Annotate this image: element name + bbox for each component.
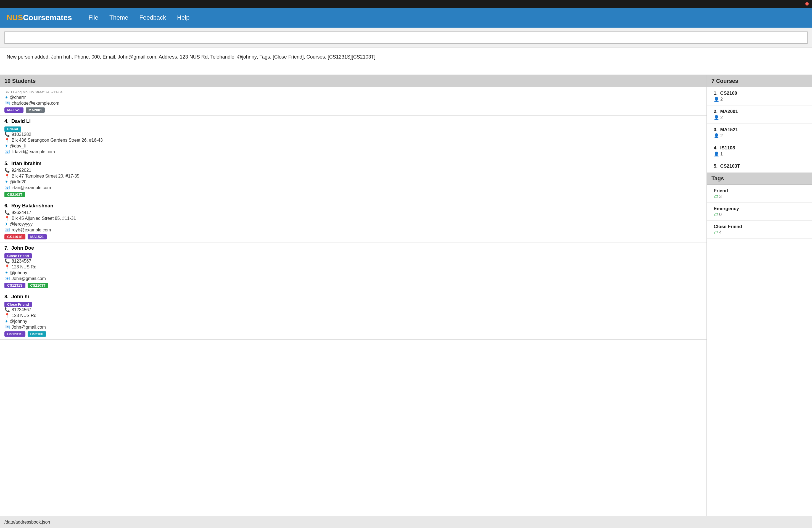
course-badge: MA1521	[4, 107, 24, 113]
command-input[interactable]	[4, 31, 808, 44]
phone-icon: 📞	[4, 307, 10, 312]
logo-nus: NUS	[6, 13, 23, 22]
telegram-icon: ✈	[4, 143, 8, 149]
student-courses: CS1231S CS2103T	[4, 282, 702, 288]
list-item: 8. John hi Close Friend 📞 81234567 📍 123…	[0, 291, 707, 340]
list-item: Close Friend 🏷 4	[707, 221, 812, 239]
menu-file[interactable]: File	[89, 14, 98, 21]
telegram-icon: ✈	[4, 221, 8, 227]
menubar: NUSCoursemates File Theme Feedback Help	[0, 8, 812, 28]
student-address: 📍 123 NUS Rd	[4, 264, 702, 269]
student-address: 📍 Blk 45 Aljunied Street 85, #11-31	[4, 216, 702, 221]
phone-icon: 📞	[4, 259, 10, 264]
right-panel: 7 Courses 1. CS2100 👤 2 2. MA2001 👤 2 3.…	[707, 75, 812, 516]
menu-feedback[interactable]: Feedback	[139, 14, 166, 21]
student-telegram: ✈ @dav_li	[4, 143, 702, 149]
email-icon: 📧	[4, 324, 10, 330]
student-tags: Friend	[4, 126, 702, 132]
email-icon: 📧	[4, 276, 10, 281]
student-name: 6. Roy Balakrishnan	[4, 203, 702, 209]
status-text: /data/addressbook.json	[4, 520, 50, 525]
tags-header: Tags	[707, 173, 812, 185]
close-button[interactable]	[806, 2, 809, 5]
student-phone: 📞 92624417	[4, 210, 702, 215]
list-item: 5. CS2103T	[707, 160, 812, 173]
student-email: 📧 charlotte@example.com	[4, 101, 702, 106]
email-icon: 📧	[4, 227, 10, 233]
students-panel[interactable]: 10 Students Blk 11 Ang Mo Kio Street 74,…	[0, 75, 707, 516]
student-phone: 📞 81234567	[4, 307, 702, 312]
tag-icon: 🏷	[714, 194, 718, 199]
tag-icon: 🏷	[714, 212, 718, 217]
phone-icon: 📞	[4, 167, 10, 173]
student-email: 📧 lidavid@example.com	[4, 149, 702, 155]
list-item: 4. David Li Friend 📞 91031282 📍 Blk 436 …	[0, 116, 707, 158]
location-icon: 📍	[4, 137, 10, 143]
student-tags: Close Friend	[4, 301, 702, 307]
list-item: 3. MA1521 👤 2	[707, 124, 812, 142]
logo: NUSCoursemates	[6, 13, 77, 22]
course-badge: CS1231S	[4, 283, 25, 288]
tag-badge: Close Friend	[4, 302, 32, 307]
menu-theme[interactable]: Theme	[110, 14, 128, 21]
student-telegram: ✈ @johnny	[4, 270, 702, 275]
list-item: Emergency 🏷 0	[707, 203, 812, 221]
student-courses: MA1521 MA2001	[4, 106, 702, 113]
tag-badge: Close Friend	[4, 253, 32, 259]
email-icon: 📧	[4, 101, 10, 106]
menu-help[interactable]: Help	[177, 14, 189, 21]
student-address-partial: Blk 11 Ang Mo Kio Street 74, #11-04	[4, 90, 702, 94]
telegram-icon: ✈	[4, 270, 8, 275]
output-text: New person added: John huh; Phone: 000; …	[6, 54, 376, 60]
tag-icon: 🏷	[714, 230, 718, 235]
students-header: 10 Students	[0, 75, 707, 87]
person-icon: 👤	[714, 97, 719, 102]
student-tags: Close Friend	[4, 252, 702, 259]
student-email: 📧 John@gmail.com	[4, 324, 702, 330]
list-item: 7. John Doe Close Friend 📞 81234567 📍 12…	[0, 243, 707, 291]
tag-badge: Friend	[4, 127, 21, 132]
location-icon: 📍	[4, 264, 10, 269]
output-area: New person added: John huh; Phone: 000; …	[0, 47, 812, 75]
list-item: 2. MA2001 👤 2	[707, 105, 812, 124]
student-courses: CS2103T	[4, 191, 702, 197]
phone-icon: 📞	[4, 210, 10, 215]
student-address: 📍 Blk 436 Serangoon Gardens Street 26, #…	[4, 137, 702, 143]
student-email: 📧 irfan@example.com	[4, 185, 702, 190]
telegram-icon: ✈	[4, 95, 8, 100]
student-email: 📧 John@gmail.com	[4, 276, 702, 281]
course-badge: MA2001	[26, 107, 45, 113]
telegram-icon: ✈	[4, 179, 8, 185]
telegram-icon: ✈	[4, 319, 8, 324]
student-name: 8. John hi	[4, 294, 702, 299]
student-courses: CS1101S MA1521	[4, 233, 702, 239]
titlebar	[0, 0, 812, 8]
person-icon: 👤	[714, 151, 719, 157]
student-name: 5. Irfan Ibrahim	[4, 161, 702, 166]
location-icon: 📍	[4, 216, 10, 221]
input-bar	[0, 28, 812, 47]
student-phone: 📞 92492021	[4, 167, 702, 173]
student-name: 7. John Doe	[4, 245, 702, 251]
student-email: 📧 royb@example.com	[4, 227, 702, 233]
phone-icon: 📞	[4, 132, 10, 137]
course-badge: CS1101S	[4, 234, 25, 239]
statusbar: /data/addressbook.json	[0, 516, 812, 528]
location-icon: 📍	[4, 173, 10, 179]
student-telegram: ✈ @leroyyyyy	[4, 221, 702, 227]
course-badge: CS2100	[28, 332, 46, 337]
list-item: 1. CS2100 👤 2	[707, 87, 812, 105]
course-badge: CS2103T	[28, 283, 48, 288]
student-phone: 📞 81234567	[4, 259, 702, 264]
person-icon: 👤	[714, 133, 719, 138]
student-telegram: ✈ @irflrf20	[4, 179, 702, 185]
list-item: 4. IS1108 👤 1	[707, 142, 812, 160]
student-courses: CS1231S CS2100	[4, 330, 702, 337]
list-item: Friend 🏷 3	[707, 185, 812, 203]
courses-header: 7 Courses	[707, 75, 812, 87]
person-icon: 👤	[714, 115, 719, 120]
list-item: 6. Roy Balakrishnan 📞 92624417 📍 Blk 45 …	[0, 200, 707, 243]
student-address: 📍 123 NUS Rd	[4, 313, 702, 318]
course-badge: MA1521	[28, 234, 47, 239]
student-address: 📍 Blk 47 Tampines Street 20, #17-35	[4, 173, 702, 179]
